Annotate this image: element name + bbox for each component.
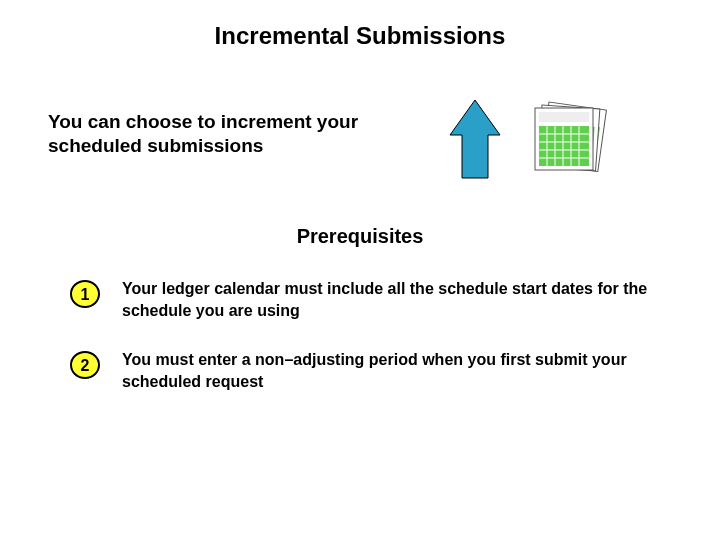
intro-text: You can choose to increment your schedul… bbox=[48, 110, 388, 158]
list-item: 2 You must enter a non–adjusting period … bbox=[70, 349, 650, 392]
arrow-up-icon bbox=[450, 100, 500, 178]
bullet-number-icon: 1 bbox=[70, 280, 100, 308]
hero-graphic bbox=[440, 100, 640, 190]
list-item-text: Your ledger calendar must include all th… bbox=[122, 278, 650, 321]
bullet-number-icon: 2 bbox=[70, 351, 100, 379]
prerequisites-list: 1 Your ledger calendar must include all … bbox=[70, 278, 650, 420]
page-title: Incremental Submissions bbox=[0, 22, 720, 50]
calendar-stack-icon bbox=[535, 102, 606, 171]
list-item-text: You must enter a non–adjusting period wh… bbox=[122, 349, 650, 392]
svg-rect-6 bbox=[539, 112, 589, 122]
svg-marker-0 bbox=[450, 100, 500, 178]
prerequisites-heading: Prerequisites bbox=[0, 225, 720, 248]
list-item: 1 Your ledger calendar must include all … bbox=[70, 278, 650, 321]
